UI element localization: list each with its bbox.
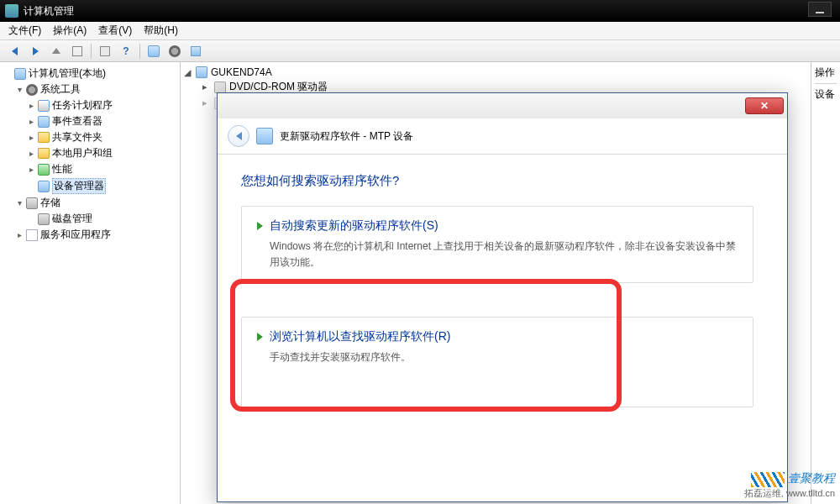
device-root[interactable]: ◢ GUKEND74A [184, 66, 807, 79]
expand-icon[interactable]: ▸ [202, 97, 211, 108]
device-icon [191, 46, 201, 56]
arrow-right-icon [33, 47, 39, 55]
folder-icon [38, 132, 50, 143]
toolbar-btn-b[interactable] [165, 42, 184, 60]
driver-update-dialog: ✕ 更新驱动程序软件 - MTP 设备 您想如何搜索驱动程序软件? 自动搜索更新… [217, 92, 788, 502]
tree-label: 共享文件夹 [52, 130, 102, 144]
app-icon [5, 4, 18, 18]
close-icon: ✕ [760, 100, 769, 112]
toolbar-divider [91, 44, 92, 59]
tree-storage[interactable]: ▾ 存储 [3, 195, 176, 211]
expand-icon[interactable]: ▸ [27, 165, 35, 174]
computer-icon [148, 45, 160, 57]
expand-icon[interactable]: ▸ [27, 101, 35, 110]
option-desc: Windows 将在您的计算机和 Internet 上查找用于相关设备的最新驱动… [257, 239, 738, 270]
option-title-text: 自动搜索更新的驱动程序软件(S) [270, 218, 438, 234]
watermark-url: www.tlltd.cn [786, 488, 835, 498]
arrow-left-icon [12, 47, 18, 55]
bullet-icon [257, 222, 263, 230]
tree-label: 设备管理器 [52, 178, 106, 194]
storage-icon [26, 197, 38, 209]
dialog-titlebar: ✕ [218, 93, 787, 118]
computer-icon [196, 66, 207, 78]
close-button[interactable]: ✕ [745, 97, 784, 114]
watermark-brand: 壹聚教程 [788, 471, 835, 485]
tree-local-users[interactable]: ▸ 本地用户和组 [3, 145, 176, 161]
clock-icon [38, 100, 50, 112]
toolbar-help[interactable]: ? [117, 42, 135, 60]
back-button[interactable] [228, 125, 249, 147]
toolbar-show-hide[interactable] [68, 42, 87, 60]
tree-disk-management[interactable]: 磁盘管理 [3, 211, 176, 227]
toolbar: ? [0, 40, 840, 62]
expand-icon[interactable]: ▸ [27, 133, 35, 142]
watermark: 壹聚教程 拓磊运维, www.tlltd.cn [744, 470, 835, 499]
watermark-line2: 拓磊运维 [744, 488, 781, 498]
window-titlebar: 计算机管理 [0, 0, 840, 22]
tree-label: 本地用户和组 [52, 146, 113, 160]
toolbar-divider [139, 44, 140, 59]
expand-icon[interactable]: ▸ [202, 81, 211, 92]
tree-label: 服务和应用程序 [40, 228, 111, 242]
tree-label: 计算机管理(本地) [29, 66, 106, 81]
computer-icon [14, 68, 26, 80]
expand-icon[interactable]: ▸ [27, 117, 35, 126]
actions-header: 操作 [815, 66, 837, 84]
menu-file[interactable]: 文件(F) [3, 22, 46, 39]
dialog-header: 更新驱动程序软件 - MTP 设备 [218, 118, 787, 155]
option-title: 浏览计算机以查找驱动程序软件(R) [257, 329, 738, 344]
driver-icon [256, 128, 273, 144]
toolbar-btn-c[interactable] [186, 42, 205, 60]
device-label: GUKEND74A [211, 66, 272, 78]
tree-root[interactable]: 计算机管理(本地) [3, 66, 176, 81]
tree-shared-folders[interactable]: ▸ 共享文件夹 [3, 129, 176, 145]
dialog-question: 您想如何搜索驱动程序软件? [241, 173, 764, 189]
dialog-body: 您想如何搜索驱动程序软件? 自动搜索更新的驱动程序软件(S) Windows 将… [218, 155, 787, 444]
event-icon [38, 116, 50, 128]
arrow-up-icon [52, 48, 60, 54]
menu-action[interactable]: 操作(A) [48, 22, 92, 39]
tree-services-apps[interactable]: ▸ 服务和应用程序 [3, 227, 176, 243]
watermark-logo-icon [751, 472, 785, 487]
option-title: 自动搜索更新的驱动程序软件(S) [257, 218, 738, 234]
expand-icon[interactable]: ▸ [27, 149, 35, 158]
disk-icon [38, 213, 50, 225]
tree-task-scheduler[interactable]: ▸ 任务计划程序 [3, 97, 176, 113]
toolbar-forward[interactable] [26, 42, 45, 60]
collapse-icon[interactable]: ▾ [15, 85, 24, 94]
actions-pane: 操作 设备 [811, 62, 840, 504]
gear-icon [26, 84, 38, 96]
minimize-button[interactable] [808, 2, 832, 17]
option-title-text: 浏览计算机以查找驱动程序软件(R) [270, 329, 450, 344]
actions-item[interactable]: 设备 [815, 87, 837, 102]
tree-device-manager[interactable]: 设备管理器 [3, 177, 176, 195]
bullet-icon [257, 333, 263, 341]
option-auto-search[interactable]: 自动搜索更新的驱动程序软件(S) Windows 将在您的计算机和 Intern… [241, 206, 753, 283]
toolbar-back[interactable] [5, 42, 24, 60]
tree-label: 事件查看器 [52, 114, 102, 129]
tree-label: 系统工具 [40, 82, 81, 97]
device-manager-icon [38, 181, 50, 192]
gear-icon [169, 45, 181, 57]
tree-performance[interactable]: ▸ 性能 [3, 161, 176, 177]
left-tree-pane: 计算机管理(本地) ▾ 系统工具 ▸ 任务计划程序 ▸ 事件查看器 ▸ 共享文件… [0, 62, 181, 504]
menu-view[interactable]: 查看(V) [93, 22, 137, 39]
collapse-icon[interactable]: ▾ [15, 198, 24, 207]
expand-icon[interactable]: ▸ [15, 230, 24, 239]
performance-icon [38, 164, 50, 176]
tree-system-tools[interactable]: ▾ 系统工具 [3, 81, 176, 97]
arrow-left-icon [236, 132, 242, 140]
toolbar-up[interactable] [47, 42, 66, 60]
dialog-title: 更新驱动程序软件 - MTP 设备 [280, 129, 413, 144]
tree-event-viewer[interactable]: ▸ 事件查看器 [3, 113, 176, 129]
tree-label: 任务计划程序 [52, 98, 113, 113]
option-desc: 手动查找并安装驱动程序软件。 [257, 349, 738, 365]
properties-icon [100, 46, 110, 56]
option-browse-computer[interactable]: 浏览计算机以查找驱动程序软件(R) 手动查找并安装驱动程序软件。 [241, 317, 753, 407]
window-title: 计算机管理 [24, 4, 74, 18]
toolbar-properties[interactable] [96, 42, 114, 60]
collapse-icon[interactable]: ◢ [184, 67, 192, 78]
menubar: 文件(F) 操作(A) 查看(V) 帮助(H) [0, 22, 840, 40]
menu-help[interactable]: 帮助(H) [139, 22, 183, 39]
toolbar-btn-a[interactable] [144, 42, 163, 60]
